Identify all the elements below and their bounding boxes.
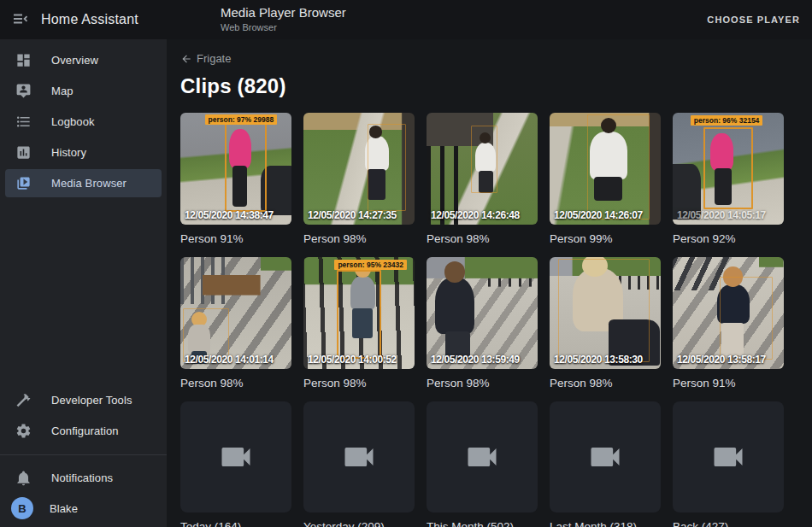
folder-tile — [673, 401, 784, 512]
breadcrumb-back-frigate[interactable]: Frigate — [180, 52, 231, 65]
clip-item-2[interactable]: 12/05/2020 14:27:35 Person 98% — [303, 113, 415, 247]
media-browser-content: Frigate Clips (820) person: 97% 29988 12… — [167, 39, 812, 527]
clip-timestamp: 12/05/2020 14:26:48 — [431, 209, 520, 221]
choose-player-button[interactable]: CHOOSE PLAYER — [707, 0, 800, 39]
detection-bounding-box — [471, 126, 497, 193]
clip-label: Person 91% — [673, 377, 784, 391]
scene-decoration — [444, 261, 466, 283]
sidebar-item-label: History — [51, 146, 86, 159]
user-name: Blake — [50, 502, 78, 515]
folder-label: Back (427) — [673, 520, 784, 527]
arrow-left-icon — [180, 53, 192, 65]
clip-timestamp: 12/05/2020 13:58:30 — [554, 354, 643, 366]
media-player-header: Media Player Browser Web Browser — [221, 5, 346, 34]
media-player-subtitle: Web Browser — [221, 22, 346, 34]
top-app-bar: Home Assistant Media Player Browser Web … — [0, 0, 812, 39]
folder-item-yesterday[interactable]: Yesterday (209) — [303, 401, 415, 527]
sidebar-item-logbook[interactable]: Logbook — [5, 108, 162, 136]
folder-label: Today (164) — [180, 520, 291, 527]
sidebar-item-history[interactable]: History — [5, 138, 162, 167]
folder-tile — [550, 401, 661, 512]
clip-label: Person 98% — [550, 377, 661, 391]
clip-item-10[interactable]: 12/05/2020 13:58:17 Person 91% — [673, 257, 784, 391]
detection-bounding-box — [558, 259, 650, 362]
video-camera-icon — [340, 438, 378, 476]
detection-score-chip: person: 97% 29988 — [205, 114, 278, 125]
clip-label: Person 98% — [303, 377, 415, 391]
folder-label: Last Month (318) — [550, 520, 661, 527]
detection-bounding-box — [337, 270, 381, 358]
clip-timestamp: 12/05/2020 14:38:47 — [185, 209, 274, 221]
clip-label: Person 98% — [180, 377, 291, 391]
clip-timestamp: 12/05/2020 14:01:14 — [185, 354, 274, 366]
clip-item-8[interactable]: 12/05/2020 13:59:49 Person 98% — [427, 257, 538, 391]
sidebar-item-notifications[interactable]: Notifications — [5, 464, 162, 492]
bell-icon — [13, 467, 33, 488]
sidebar-item-label: Logbook — [51, 115, 95, 128]
video-camera-icon — [709, 438, 747, 476]
breadcrumb-label: Frigate — [197, 52, 231, 65]
sidebar-item-profile[interactable]: B Blake — [5, 495, 162, 523]
clip-thumbnail: person: 97% 29988 12/05/2020 14:38:47 — [180, 113, 291, 225]
folder-label: Yesterday (209) — [303, 520, 415, 527]
clip-item-1[interactable]: person: 97% 29988 12/05/2020 14:38:47 Pe… — [180, 113, 291, 247]
clip-thumbnail: 12/05/2020 13:58:30 — [550, 257, 661, 369]
clip-timestamp: 12/05/2020 13:59:49 — [431, 354, 520, 366]
clip-timestamp: 12/05/2020 14:26:07 — [554, 209, 643, 221]
detection-bounding-box — [225, 118, 267, 212]
clip-thumbnail: 12/05/2020 13:58:17 — [673, 257, 784, 369]
detection-bounding-box — [720, 277, 773, 360]
clip-item-9[interactable]: 12/05/2020 13:58:30 Person 98% — [550, 257, 661, 391]
clip-timestamp: 12/05/2020 14:27:35 — [308, 209, 397, 221]
layout: Overview Map Logbook History Media Brows… — [0, 39, 812, 527]
sidebar-spacer — [0, 198, 167, 384]
sidebar-toggle-button[interactable] — [0, 0, 41, 39]
folder-tile — [303, 401, 415, 512]
folder-item-last-month[interactable]: Last Month (318) — [550, 401, 661, 527]
sidebar-item-developer-tools[interactable]: Developer Tools — [5, 386, 162, 414]
sidebar-item-label: Map — [51, 85, 74, 97]
sidebar-item-label: Media Browser — [51, 177, 127, 190]
clip-thumbnail: 12/05/2020 14:27:35 — [303, 113, 415, 225]
clip-thumbnail: person: 95% 23432 12/05/2020 14:00:52 — [303, 257, 415, 369]
clip-item-3[interactable]: 12/05/2020 14:26:48 Person 98% — [427, 113, 538, 247]
format-list-bulleted-icon — [13, 111, 33, 132]
clip-timestamp: 12/05/2020 14:05:17 — [677, 209, 766, 221]
chart-box-icon — [13, 142, 33, 162]
folder-label: This Month (502) — [427, 520, 538, 527]
tooltip-account-icon — [13, 80, 33, 101]
clip-label: Person 98% — [427, 232, 538, 247]
detection-score-chip: person: 95% 23432 — [334, 260, 407, 270]
sidebar-collapse-icon — [11, 10, 30, 30]
folder-tile — [427, 401, 538, 512]
clip-label: Person 91% — [180, 232, 291, 247]
clip-item-6[interactable]: 12/05/2020 14:01:14 Person 98% — [180, 257, 291, 391]
sidebar-item-media-browser[interactable]: Media Browser — [5, 169, 162, 197]
sidebar-item-configuration[interactable]: Configuration — [5, 417, 162, 445]
clip-label: Person 99% — [550, 232, 661, 247]
clips-grid: person: 97% 29988 12/05/2020 14:38:47 Pe… — [180, 113, 798, 527]
sidebar-item-overview[interactable]: Overview — [5, 46, 162, 74]
clip-label: Person 98% — [427, 377, 538, 391]
clip-thumbnail: person: 96% 32154 12/05/2020 14:05:17 — [673, 113, 784, 225]
sidebar-item-label: Overview — [51, 54, 98, 67]
clip-item-5[interactable]: person: 96% 32154 12/05/2020 14:05:17 Pe… — [673, 113, 784, 247]
app-title: Home Assistant — [41, 12, 138, 27]
sidebar-item-label: Developer Tools — [51, 394, 132, 407]
folder-item-back[interactable]: Back (427) — [673, 401, 784, 527]
detection-score-chip: person: 96% 32154 — [691, 115, 763, 126]
video-camera-icon — [217, 438, 255, 476]
folder-item-this-month[interactable]: This Month (502) — [427, 401, 538, 527]
view-dashboard-icon — [13, 50, 33, 70]
sidebar-divider — [0, 454, 167, 455]
clip-item-7[interactable]: person: 95% 23432 12/05/2020 14:00:52 Pe… — [303, 257, 415, 391]
folder-item-today[interactable]: Today (164) — [180, 401, 291, 527]
video-camera-icon — [586, 438, 624, 476]
page-title: Clips (820) — [180, 74, 798, 98]
sidebar-item-map[interactable]: Map — [5, 77, 162, 105]
clip-item-4[interactable]: 12/05/2020 14:26:07 Person 99% — [550, 113, 661, 247]
clip-timestamp: 12/05/2020 14:00:52 — [308, 354, 397, 366]
media-player-title: Media Player Browser — [221, 5, 346, 21]
play-box-multiple-icon — [13, 173, 33, 193]
sidebar: Overview Map Logbook History Media Brows… — [0, 39, 167, 527]
